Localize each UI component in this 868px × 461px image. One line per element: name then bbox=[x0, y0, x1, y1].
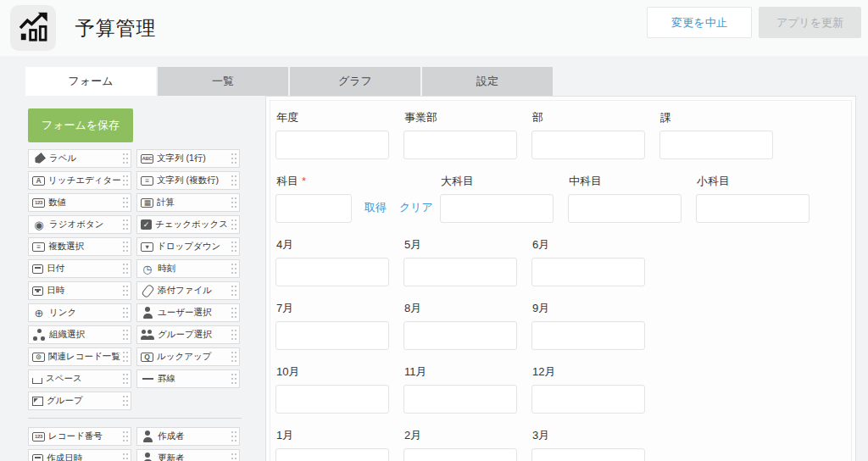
form-field[interactable]: 1月 bbox=[275, 425, 403, 461]
palette-item-org[interactable]: 組織選択 bbox=[28, 325, 131, 344]
drag-handle-icon[interactable] bbox=[231, 219, 236, 230]
drag-handle-icon[interactable] bbox=[231, 242, 236, 252]
drag-handle-icon[interactable] bbox=[231, 153, 236, 164]
form-field[interactable]: 10月 bbox=[275, 362, 403, 414]
palette-item-textarea[interactable]: ≡文字列 (複数行) bbox=[136, 171, 240, 190]
drag-handle-icon[interactable] bbox=[231, 374, 236, 384]
drag-handle-icon[interactable] bbox=[123, 431, 128, 442]
field-input[interactable] bbox=[659, 131, 773, 159]
form-field[interactable]: 7月 bbox=[275, 298, 403, 350]
field-input[interactable] bbox=[531, 321, 645, 350]
save-form-button[interactable]: フォームを保存 bbox=[28, 108, 133, 142]
form-field[interactable]: 科目*取得クリア bbox=[275, 171, 440, 223]
field-input[interactable] bbox=[531, 448, 645, 461]
palette-item-link[interactable]: ⊕リンク bbox=[28, 303, 131, 322]
palette-item-recordnum[interactable]: 123レコード番号 bbox=[28, 427, 131, 446]
drag-handle-icon[interactable] bbox=[123, 453, 128, 461]
fetch-link[interactable]: 取得 bbox=[364, 200, 387, 215]
drag-handle-icon[interactable] bbox=[231, 453, 236, 461]
palette-item-hr[interactable]: 罫線 bbox=[136, 369, 240, 388]
field-input[interactable] bbox=[275, 385, 389, 414]
tab-list[interactable]: 一覧 bbox=[158, 67, 288, 96]
drag-handle-icon[interactable] bbox=[231, 286, 236, 296]
palette-item-datetime[interactable]: 日時 bbox=[28, 281, 131, 300]
palette-item-user[interactable]: ユーザー選択 bbox=[136, 303, 240, 322]
form-field[interactable]: 課 bbox=[659, 108, 787, 159]
form-field[interactable]: 中科目 bbox=[568, 171, 696, 223]
field-input[interactable] bbox=[696, 194, 810, 223]
palette-item-dropdown[interactable]: ▾ドロップダウン bbox=[136, 237, 240, 256]
drag-handle-icon[interactable] bbox=[123, 153, 128, 164]
tab-settings[interactable]: 設定 bbox=[422, 67, 553, 96]
drag-handle-icon[interactable] bbox=[123, 352, 128, 362]
field-input[interactable] bbox=[568, 194, 682, 223]
tab-graph[interactable]: グラフ bbox=[290, 67, 420, 96]
form-field[interactable]: 2月 bbox=[403, 425, 531, 461]
form-field[interactable]: 11月 bbox=[403, 362, 531, 414]
field-input[interactable] bbox=[531, 385, 645, 414]
palette-item-updater[interactable]: 更新者 bbox=[136, 449, 240, 461]
palette-item-abc[interactable]: ABC文字列 (1行) bbox=[136, 149, 240, 168]
form-field[interactable]: 9月 bbox=[531, 298, 659, 350]
update-app-button[interactable]: アプリを更新 bbox=[759, 7, 861, 38]
drag-handle-icon[interactable] bbox=[231, 175, 236, 186]
tab-form[interactable]: フォーム bbox=[25, 67, 156, 96]
field-input[interactable] bbox=[403, 448, 517, 461]
form-field[interactable]: 5月 bbox=[403, 235, 531, 286]
field-input[interactable] bbox=[403, 385, 517, 414]
palette-item-group[interactable]: グループ bbox=[28, 392, 131, 410]
field-input[interactable] bbox=[275, 131, 389, 159]
field-input[interactable] bbox=[531, 131, 645, 159]
palette-item-created[interactable]: 作成日時 bbox=[28, 449, 131, 461]
palette-item-creator[interactable]: 作成者 bbox=[136, 427, 240, 446]
palette-item-richtext[interactable]: Aリッチエディター bbox=[28, 171, 131, 190]
field-input[interactable] bbox=[440, 194, 554, 223]
palette-item-number[interactable]: 123数値 bbox=[28, 193, 131, 212]
palette-item-users[interactable]: グループ選択 bbox=[136, 325, 240, 344]
form-field[interactable]: 大科目 bbox=[440, 171, 568, 223]
drag-handle-icon[interactable] bbox=[123, 264, 128, 274]
drag-handle-icon[interactable] bbox=[231, 264, 236, 274]
palette-item-calc[interactable]: ▦計算 bbox=[136, 193, 240, 212]
discard-changes-button[interactable]: 変更を中止 bbox=[647, 7, 752, 38]
drag-handle-icon[interactable] bbox=[231, 352, 236, 362]
field-input[interactable] bbox=[275, 321, 389, 350]
field-input[interactable] bbox=[403, 321, 517, 350]
form-field[interactable]: 部 bbox=[531, 108, 659, 159]
palette-item-date[interactable]: 日付 bbox=[28, 259, 131, 278]
form-field[interactable]: 6月 bbox=[531, 235, 659, 286]
form-field[interactable]: 12月 bbox=[531, 362, 659, 414]
form-field[interactable]: 年度 bbox=[275, 108, 403, 159]
field-input[interactable] bbox=[275, 258, 389, 286]
palette-item-attachment[interactable]: 添付ファイル bbox=[136, 281, 240, 300]
palette-item-space[interactable]: スペース bbox=[28, 369, 131, 388]
drag-handle-icon[interactable] bbox=[231, 431, 236, 442]
form-field[interactable]: 事業部 bbox=[403, 108, 531, 159]
field-input[interactable] bbox=[531, 258, 645, 286]
palette-item-radio[interactable]: ◉ラジオボタン bbox=[28, 215, 131, 234]
drag-handle-icon[interactable] bbox=[123, 286, 128, 296]
drag-handle-icon[interactable] bbox=[123, 374, 128, 384]
drag-handle-icon[interactable] bbox=[231, 308, 236, 318]
field-input[interactable] bbox=[403, 131, 517, 159]
drag-handle-icon[interactable] bbox=[123, 242, 128, 252]
drag-handle-icon[interactable] bbox=[123, 396, 128, 406]
form-field[interactable]: 小科目 bbox=[696, 171, 824, 223]
form-field[interactable]: 8月 bbox=[403, 298, 531, 350]
drag-handle-icon[interactable] bbox=[123, 197, 128, 208]
drag-handle-icon[interactable] bbox=[123, 219, 128, 230]
clear-link[interactable]: クリア bbox=[399, 200, 433, 215]
drag-handle-icon[interactable] bbox=[123, 175, 128, 186]
drag-handle-icon[interactable] bbox=[231, 330, 236, 340]
palette-item-checkbox[interactable]: ✓チェックボックス bbox=[136, 215, 240, 234]
field-input[interactable] bbox=[275, 194, 352, 223]
palette-item-related[interactable]: ⊙関連レコード一覧 bbox=[28, 347, 131, 366]
drag-handle-icon[interactable] bbox=[123, 308, 128, 318]
palette-item-multiselect[interactable]: ≡複数選択 bbox=[28, 237, 131, 256]
field-input[interactable] bbox=[275, 448, 389, 461]
drag-handle-icon[interactable] bbox=[231, 197, 236, 208]
form-field[interactable]: 4月 bbox=[275, 235, 403, 286]
palette-item-tag[interactable]: ラベル bbox=[28, 149, 131, 168]
palette-item-lookup[interactable]: Qルックアップ bbox=[136, 347, 240, 366]
field-input[interactable] bbox=[403, 258, 517, 286]
